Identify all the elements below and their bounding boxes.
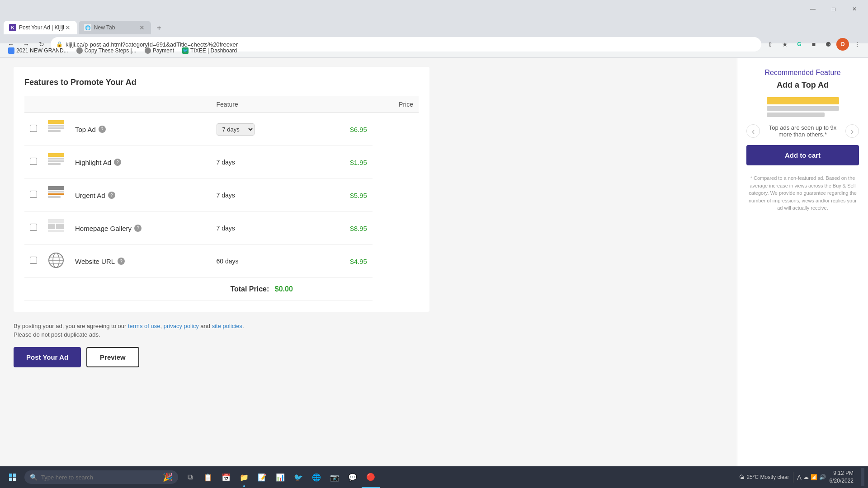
taskbar-search-input[interactable] [41, 474, 159, 481]
tab-close-kijiji[interactable]: ✕ [64, 24, 71, 31]
profile-icon[interactable]: O [836, 38, 849, 51]
feature-row-highlight-ad: Highlight Ad ? 7 days $1.95 [24, 146, 419, 179]
bookmark-steps[interactable]: Copy These Steps |... [73, 46, 140, 56]
system-icons: ⋀ ☁ 📶 🔊 [797, 474, 826, 480]
taskbar-messages[interactable]: 💬 [344, 466, 362, 488]
extension-icon[interactable]: ■ [807, 38, 820, 51]
bookmark-payment[interactable]: Payment [141, 46, 178, 56]
privacy-policy-link[interactable]: privacy policy [164, 323, 199, 329]
website-url-icon [48, 252, 64, 268]
speaker-icon[interactable]: 🔊 [819, 474, 826, 480]
new-tab-button[interactable]: + [153, 22, 165, 34]
tab-kijiji[interactable]: K Post Your Ad | Kijiji ✕ [4, 21, 77, 34]
top-ad-checkbox[interactable] [30, 125, 37, 132]
homepage-gallery-price: $8.95 [300, 212, 373, 245]
top-ad-help-icon[interactable]: ? [99, 126, 106, 133]
svg-rect-9 [48, 191, 64, 192]
taskbar-powerpoint[interactable]: 📊 [271, 466, 289, 488]
carousel-next-button[interactable]: › [845, 124, 859, 138]
highlight-ad-help-icon[interactable]: ? [114, 159, 121, 166]
homepage-gallery-duration: 7 days [211, 212, 300, 245]
website-url-name: Website URL [75, 258, 115, 265]
highlight-ad-checkbox-cell [24, 146, 42, 179]
new-tab-favicon: 🌐 [84, 24, 91, 31]
svg-rect-11 [48, 196, 61, 198]
site-policies-link[interactable]: site policies [212, 323, 242, 329]
taskbar-search-bar[interactable]: 🔍 🎉 [24, 470, 178, 484]
minimize-button[interactable]: — [803, 2, 823, 16]
bookmark-payment-label: Payment [153, 47, 174, 54]
homepage-gallery-checkbox[interactable] [30, 224, 37, 231]
website-url-checkbox-cell [24, 245, 42, 278]
website-url-name-cell: Website URL ? [70, 245, 211, 278]
taskbar-widgets[interactable]: 📋 [199, 466, 217, 488]
preview-button[interactable]: Preview [86, 347, 139, 367]
svg-rect-14 [56, 224, 64, 229]
taskbar-word[interactable]: 📝 [253, 466, 271, 488]
terms-comma: , [160, 323, 163, 329]
clock[interactable]: 9:12 PM 6/20/2022 [830, 469, 854, 485]
notification-panel-button[interactable] [861, 468, 864, 486]
grammarly-icon[interactable]: G [793, 38, 806, 51]
tab-new-tab[interactable]: 🌐 New Tab ✕ [79, 21, 151, 34]
terms-of-use-link[interactable]: terms of use [128, 323, 160, 329]
restore-button[interactable]: ◻ [824, 2, 844, 16]
homepage-gallery-help-icon[interactable]: ? [134, 225, 142, 232]
extensions-puzzle-icon[interactable]: ⚈ [822, 38, 835, 51]
terms-text: By posting your ad, you are agreeing to … [14, 323, 429, 329]
tab-close-new[interactable]: ✕ [138, 24, 146, 31]
svg-rect-5 [48, 158, 64, 160]
carousel-prev-button[interactable]: ‹ [746, 124, 760, 138]
taskbar-task-view[interactable]: ⧉ [181, 466, 199, 488]
file-explorer-icon: 📁 [240, 473, 249, 482]
svg-rect-8 [48, 186, 64, 190]
features-table: Feature Price [24, 96, 419, 301]
network-icon: 📶 [811, 474, 817, 480]
total-label: Total Price: [230, 285, 269, 293]
highlight-ad-checkbox[interactable] [30, 158, 37, 165]
taskbar-twitter[interactable]: 🐦 [289, 466, 307, 488]
system-tray: 🌤 25°C Mostly clear [739, 474, 789, 480]
taskbar-edge[interactable]: 🌐 [307, 466, 326, 488]
highlight-ad-duration: 7 days [211, 146, 300, 179]
urgent-ad-icon [48, 186, 64, 202]
price-col-header: Price [373, 96, 419, 113]
close-button[interactable]: ✕ [844, 2, 864, 16]
taskbar-instagram[interactable]: 📷 [326, 466, 344, 488]
add-to-cart-button[interactable]: Add to cart [746, 145, 859, 165]
urgent-ad-help-icon[interactable]: ? [108, 192, 115, 199]
chevron-up-icon[interactable]: ⋀ [797, 474, 802, 480]
menu-icon[interactable]: ⋮ [851, 38, 863, 51]
urgent-ad-checkbox[interactable] [30, 191, 37, 198]
highlight-ad-name: Highlight Ad [75, 159, 111, 166]
svg-rect-13 [48, 224, 55, 229]
bookmark-grand[interactable]: 2021 NEW GRAND... [5, 46, 72, 56]
svg-rect-3 [48, 130, 61, 132]
terms-period: . [242, 323, 244, 329]
page-content: Features to Promote Your Ad Feature Pric… [0, 58, 868, 470]
website-url-checkbox[interactable] [30, 257, 37, 264]
urgent-ad-checkbox-cell [24, 179, 42, 212]
carousel-description: Top ads are seen up to 9x more than othe… [760, 124, 845, 138]
top-ad-line-2 [767, 113, 825, 117]
powerpoint-icon: 📊 [276, 473, 285, 482]
feature-row-homepage-gallery: Homepage Gallery ? 7 days $8.95 [24, 212, 419, 245]
clock-date: 6/20/2022 [830, 477, 854, 485]
homepage-gallery-checkbox-cell [24, 212, 42, 245]
sidebar-disclaimer: * Compared to a non-featured ad. Based o… [746, 174, 859, 212]
feature-row-top-ad: Top Ad ? 7 days 14 days 30 days $6.95 [24, 113, 419, 146]
svg-rect-0 [48, 120, 64, 124]
taskbar-file-explorer[interactable]: 📁 [235, 466, 253, 488]
top-ad-duration-select[interactable]: 7 days 14 days 30 days [217, 123, 255, 136]
taskbar-mail[interactable]: 📅 [217, 466, 235, 488]
post-your-ad-button[interactable]: Post Your Ad [14, 347, 81, 367]
taskbar-chrome[interactable]: 🔴 [362, 466, 380, 488]
share-icon[interactable]: ⇧ [764, 38, 777, 51]
bookmark-star-icon[interactable]: ★ [778, 38, 791, 51]
website-url-help-icon[interactable]: ? [118, 258, 125, 265]
task-view-icon: ⧉ [188, 473, 193, 481]
kijiji-favicon: K [9, 24, 16, 31]
start-button[interactable] [4, 468, 22, 486]
bookmark-tixee[interactable]: 🐦 TIXEE | Dashboard [179, 46, 241, 56]
svg-rect-6 [48, 160, 64, 162]
